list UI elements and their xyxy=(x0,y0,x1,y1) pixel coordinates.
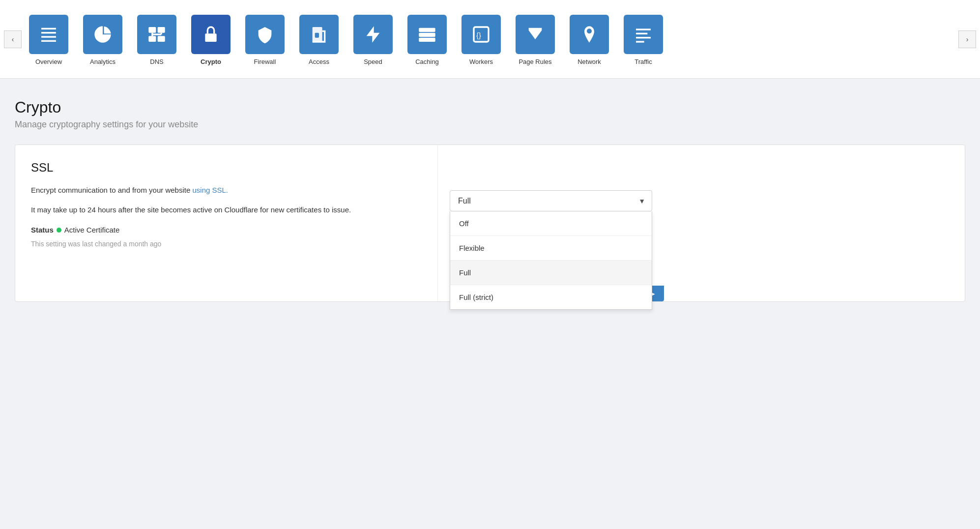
ssl-dropdown[interactable]: Off Flexible Full Full (strict) xyxy=(450,190,652,211)
svg-point-19 xyxy=(432,29,433,30)
dropdown-option-full-strict[interactable]: Full (strict) xyxy=(450,285,652,309)
nav-icon-box-analytics xyxy=(83,15,122,54)
nav-label-dns: DNS xyxy=(150,58,163,65)
nav-label-crypto: Crypto xyxy=(201,58,221,65)
full-strict-label: Full (strict) xyxy=(459,293,493,301)
nav-label-workers: Workers xyxy=(469,58,493,65)
ssl-dropdown-options: Off Flexible Full Full (strict) xyxy=(450,211,652,310)
svg-rect-27 xyxy=(636,41,644,42)
svg-rect-14 xyxy=(315,33,319,38)
nav-icon-box-caching xyxy=(407,15,447,54)
svg-point-20 xyxy=(432,34,433,35)
ssl-description-text: Encrypt communication to and from your w… xyxy=(31,186,192,194)
svg-rect-25 xyxy=(636,33,647,34)
ssl-note: It may take up to 24 hours after the sit… xyxy=(31,204,422,216)
status-line: Status Active Certificate xyxy=(31,226,422,234)
svg-point-21 xyxy=(432,39,433,40)
nav-label-firewall: Firewall xyxy=(254,58,276,65)
ssl-dropdown-wrapper: Off Flexible Full Full (strict) ▼ Off Fl… xyxy=(450,190,652,211)
status-label: Status xyxy=(31,226,54,234)
nav-item-dns[interactable]: DNS xyxy=(130,0,184,78)
dropdown-option-off[interactable]: Off xyxy=(450,211,652,236)
nav-label-speed: Speed xyxy=(364,58,382,65)
svg-rect-3 xyxy=(41,40,56,42)
nav-label-traffic: Traffic xyxy=(634,58,652,65)
nav-icon-box-overview xyxy=(29,15,68,54)
dropdown-option-flexible[interactable]: Flexible xyxy=(450,236,652,261)
nav-item-page-rules[interactable]: Page Rules xyxy=(508,0,562,78)
nav-label-page-rules: Page Rules xyxy=(519,58,551,65)
status-text: Active Certificate xyxy=(64,226,120,234)
page-title: Crypto xyxy=(15,98,965,117)
nav-icon-box-workers: {} xyxy=(461,15,501,54)
last-changed: This setting was last changed a month ag… xyxy=(31,240,422,248)
nav-label-network: Network xyxy=(577,58,601,65)
nav-item-traffic[interactable]: Traffic xyxy=(616,0,670,78)
nav-item-access[interactable]: Access xyxy=(292,0,346,78)
ssl-card-left: SSL Encrypt communication to and from yo… xyxy=(15,145,438,301)
svg-rect-2 xyxy=(41,36,56,37)
nav-icon-box-firewall xyxy=(245,15,285,54)
svg-rect-4 xyxy=(148,27,156,33)
nav-item-workers[interactable]: {} Workers xyxy=(454,0,508,78)
svg-text:{}: {} xyxy=(476,31,481,39)
svg-rect-0 xyxy=(41,28,56,29)
nav-icon-box-page-rules xyxy=(516,15,555,54)
dropdown-option-full[interactable]: Full xyxy=(450,261,652,285)
nav-label-analytics: Analytics xyxy=(90,58,115,65)
nav-items: Overview Analytics DNS Crypto xyxy=(22,0,958,78)
nav-icon-box-crypto xyxy=(191,15,231,54)
svg-rect-7 xyxy=(158,36,165,42)
nav-item-overview[interactable]: Overview xyxy=(22,0,76,78)
nav-label-caching: Caching xyxy=(415,58,439,65)
svg-rect-6 xyxy=(148,36,156,42)
nav-label-access: Access xyxy=(309,58,329,65)
nav-icon-box-access xyxy=(299,15,339,54)
svg-rect-26 xyxy=(636,37,651,38)
ssl-card: SSL Encrypt communication to and from yo… xyxy=(15,145,965,302)
ssl-card-right: Off Flexible Full Full (strict) ▼ Off Fl… xyxy=(438,145,664,301)
nav-left-arrow[interactable]: ‹ xyxy=(4,30,22,48)
nav-item-network[interactable]: Network xyxy=(562,0,616,78)
main-content: Crypto Manage cryptography settings for … xyxy=(0,79,980,317)
nav-bar: ‹ Overview Analytics DNS xyxy=(0,0,980,79)
svg-rect-1 xyxy=(41,32,56,33)
ssl-link[interactable]: using SSL. xyxy=(192,186,228,194)
status-dot xyxy=(57,228,61,233)
nav-item-firewall[interactable]: Firewall xyxy=(238,0,292,78)
nav-icon-box-speed xyxy=(353,15,393,54)
nav-icon-box-network xyxy=(570,15,609,54)
nav-icon-box-dns xyxy=(137,15,176,54)
nav-icon-box-traffic xyxy=(624,15,663,54)
svg-rect-5 xyxy=(158,27,165,33)
ssl-dropdown-container: Off Flexible Full Full (strict) ▼ xyxy=(450,190,652,211)
nav-item-analytics[interactable]: Analytics xyxy=(76,0,130,78)
nav-label-overview: Overview xyxy=(35,58,62,65)
nav-item-speed[interactable]: Speed xyxy=(346,0,400,78)
nav-item-caching[interactable]: Caching xyxy=(400,0,454,78)
page-subtitle: Manage cryptography settings for your we… xyxy=(15,119,965,130)
svg-rect-24 xyxy=(636,29,651,30)
nav-item-crypto[interactable]: Crypto xyxy=(184,0,238,78)
ssl-description: Encrypt communication to and from your w… xyxy=(31,184,422,196)
svg-marker-15 xyxy=(367,26,380,42)
ssl-title: SSL xyxy=(31,161,422,175)
svg-point-12 xyxy=(210,36,212,39)
nav-right-arrow[interactable]: › xyxy=(958,30,976,48)
